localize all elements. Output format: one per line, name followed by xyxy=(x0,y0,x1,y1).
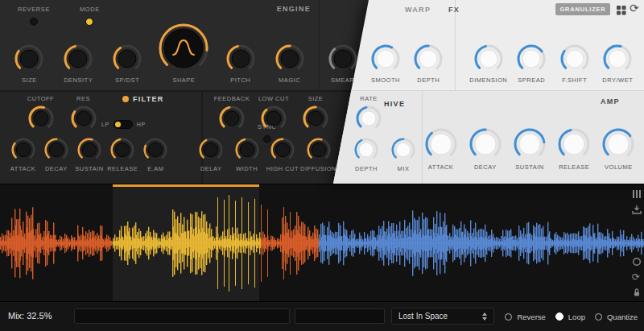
lp-hp-filter-switch[interactable]: LP HP xyxy=(101,120,146,129)
delay-bottom-knob-row: DELAYWIDTHHIGH CUTDIFFUSION xyxy=(193,135,336,172)
magic-knob[interactable] xyxy=(275,44,304,73)
width-knob[interactable] xyxy=(235,138,259,162)
footer-display-field-2[interactable] xyxy=(295,308,385,324)
size-knob[interactable] xyxy=(303,106,328,131)
preset-name: Lost In Space xyxy=(398,312,448,321)
feedback-knob-label: FEEDBACK xyxy=(214,95,250,102)
attack-knob-label: ATTACK xyxy=(10,165,35,172)
fx-knob-row: DIMENSIONSPREADF.SHIFTDRY/WET xyxy=(467,19,639,84)
selection-header-strip[interactable] xyxy=(113,184,259,187)
radio-reverse[interactable]: Reverse xyxy=(505,312,545,321)
e-am-knob-label: E.AM xyxy=(147,165,163,172)
release-knob-label: RELEASE xyxy=(107,165,138,172)
smooth-knob[interactable] xyxy=(371,44,400,73)
decay-knob[interactable] xyxy=(44,138,68,162)
refresh-icon[interactable]: ⟳ xyxy=(630,1,639,15)
volume-knob[interactable] xyxy=(602,128,634,160)
footer-bar: Mix: 32.5% Lost In Space ReverseLoopQuan… xyxy=(0,301,644,331)
width-knob-label: WIDTH xyxy=(236,165,258,172)
hive-rate-knob: RATE xyxy=(351,95,386,135)
engine-panel-title: ENGINE xyxy=(242,5,311,13)
filter-enable-dot[interactable] xyxy=(122,96,129,102)
filter-title-text: FILTER xyxy=(133,95,164,103)
amp-knob-row: ATTACKDECAYSUSTAINRELEASEVOLUME xyxy=(419,126,641,171)
granulizer-mode-button[interactable]: GRANULIZER xyxy=(555,3,610,15)
decay-knob[interactable] xyxy=(469,128,502,160)
diffusion-knob[interactable] xyxy=(307,138,331,162)
diffusion-knob-label: DIFFUSION xyxy=(300,165,336,172)
bars-icon[interactable] xyxy=(632,189,642,199)
f-shift-knob[interactable] xyxy=(560,44,589,73)
lp-hp-pill xyxy=(114,120,133,129)
mix-knob[interactable] xyxy=(391,138,415,162)
magic-knob-label: MAGIC xyxy=(279,77,300,84)
sustain-knob[interactable] xyxy=(77,138,101,162)
warp-knob-row: SMEARSMOOTHDEPTH xyxy=(321,19,450,84)
waveform-display[interactable]: ⟳ xyxy=(0,184,644,301)
lp-hp-pill-dot xyxy=(115,122,121,127)
release-knob[interactable] xyxy=(110,138,134,162)
waveform-tool-strip: ⟳ xyxy=(632,189,642,297)
release-knob-label: RELEASE xyxy=(559,163,589,171)
footer-display-field-1[interactable] xyxy=(74,308,290,324)
radio-label-reverse: Reverse xyxy=(517,312,545,321)
lock-icon[interactable] xyxy=(632,288,642,297)
dark-horizontal-divider xyxy=(0,90,352,92)
radio-label-loop: Loop xyxy=(568,312,585,321)
chevron-up-down-icon xyxy=(482,312,487,321)
mode-toggle-label: MODE xyxy=(80,6,100,13)
sustain-knob-label: SUSTAIN xyxy=(75,165,103,172)
depth-knob[interactable] xyxy=(354,138,378,162)
radio-dot-loop xyxy=(555,312,564,321)
depth-knob-label: DEPTH xyxy=(417,77,440,84)
res-knob[interactable] xyxy=(71,106,97,131)
attack-knob[interactable] xyxy=(425,128,457,160)
delay-head-knob-row: FEEDBACKLOW CUTSIZE xyxy=(211,95,336,135)
volume-knob-label: VOLUME xyxy=(605,163,633,171)
import-icon[interactable] xyxy=(632,205,642,214)
delay-knob[interactable] xyxy=(199,138,223,162)
density-knob-label: DENSITY xyxy=(64,77,93,84)
dry-wet-knob-label: DRY/WET xyxy=(602,77,633,84)
cutoff-knob[interactable] xyxy=(28,106,54,131)
engine-smear-divider xyxy=(319,0,320,90)
res-knob-label: RES xyxy=(76,95,90,102)
rate-knob[interactable] xyxy=(356,106,382,131)
attack-knob[interactable] xyxy=(11,138,35,162)
dimension-knob-label: DIMENSION xyxy=(469,77,507,84)
attack-knob-label: ATTACK xyxy=(428,163,453,171)
feedback-knob[interactable] xyxy=(219,106,245,131)
depth-knob-label: DEPTH xyxy=(355,165,378,172)
size-knob[interactable] xyxy=(14,44,43,73)
shape-knob[interactable] xyxy=(159,23,208,73)
warp-panel-title: WARP xyxy=(405,6,431,14)
radio-quantize[interactable]: Quantize xyxy=(595,312,638,321)
sp-dst-knob[interactable] xyxy=(113,44,142,73)
circle-icon[interactable] xyxy=(632,257,642,267)
high-cut-knob[interactable] xyxy=(270,138,295,162)
smear-knob-label: SMEAR xyxy=(331,77,354,84)
pitch-knob[interactable] xyxy=(226,44,255,73)
density-knob[interactable] xyxy=(64,44,93,73)
waveform-svg xyxy=(0,184,644,302)
spread-knob[interactable] xyxy=(517,44,546,73)
dry-wet-knob[interactable] xyxy=(603,44,632,73)
preset-selector[interactable]: Lost In Space xyxy=(391,308,494,325)
radio-label-quantize: Quantize xyxy=(607,312,638,321)
smear-knob[interactable] xyxy=(328,44,357,73)
radio-loop[interactable]: Loop xyxy=(555,312,585,321)
sustain-knob[interactable] xyxy=(514,128,546,160)
waveform-tools-bottom: ⟳ xyxy=(632,257,642,297)
refresh-icon[interactable]: ⟳ xyxy=(632,272,642,282)
decay-knob-label: DECAY xyxy=(474,163,497,171)
depth-knob[interactable] xyxy=(414,44,443,73)
low-cut-knob[interactable] xyxy=(261,106,287,131)
preset-blocks-icon[interactable] xyxy=(616,4,626,14)
granulizer-plugin-window: REVERSE MODE ENGINE WARP FX HIVE AMP FIL… xyxy=(0,0,644,331)
e-am-knob[interactable] xyxy=(143,138,167,162)
decay-knob-label: DECAY xyxy=(45,165,68,172)
dimension-knob[interactable] xyxy=(474,44,503,73)
f-shift-knob-label: F.SHIFT xyxy=(562,77,587,84)
hive-panel-title: HIVE xyxy=(384,100,405,108)
release-knob[interactable] xyxy=(558,128,590,160)
